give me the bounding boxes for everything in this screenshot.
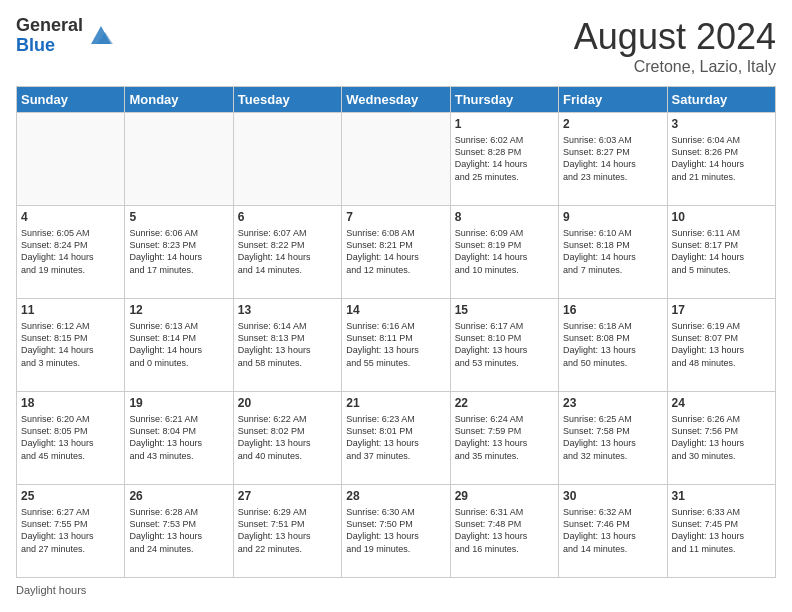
week-row-3: 18Sunrise: 6:20 AM Sunset: 8:05 PM Dayli… — [17, 392, 776, 485]
day-info: Sunrise: 6:02 AM Sunset: 8:28 PM Dayligh… — [455, 134, 554, 183]
calendar-cell: 2Sunrise: 6:03 AM Sunset: 8:27 PM Daylig… — [559, 113, 667, 206]
calendar-cell: 17Sunrise: 6:19 AM Sunset: 8:07 PM Dayli… — [667, 299, 775, 392]
day-number: 30 — [563, 488, 662, 504]
day-info: Sunrise: 6:21 AM Sunset: 8:04 PM Dayligh… — [129, 413, 228, 462]
header-cell-monday: Monday — [125, 87, 233, 113]
calendar-cell: 21Sunrise: 6:23 AM Sunset: 8:01 PM Dayli… — [342, 392, 450, 485]
day-number: 6 — [238, 209, 337, 225]
day-number: 8 — [455, 209, 554, 225]
day-number: 17 — [672, 302, 771, 318]
header-cell-saturday: Saturday — [667, 87, 775, 113]
day-number: 22 — [455, 395, 554, 411]
day-number: 20 — [238, 395, 337, 411]
week-row-0: 1Sunrise: 6:02 AM Sunset: 8:28 PM Daylig… — [17, 113, 776, 206]
calendar-table: SundayMondayTuesdayWednesdayThursdayFrid… — [16, 86, 776, 578]
day-number: 16 — [563, 302, 662, 318]
header-cell-thursday: Thursday — [450, 87, 558, 113]
day-info: Sunrise: 6:27 AM Sunset: 7:55 PM Dayligh… — [21, 506, 120, 555]
day-info: Sunrise: 6:24 AM Sunset: 7:59 PM Dayligh… — [455, 413, 554, 462]
calendar-cell: 25Sunrise: 6:27 AM Sunset: 7:55 PM Dayli… — [17, 485, 125, 578]
daylight-hours-label: Daylight hours — [16, 584, 86, 596]
calendar-cell: 14Sunrise: 6:16 AM Sunset: 8:11 PM Dayli… — [342, 299, 450, 392]
day-number: 14 — [346, 302, 445, 318]
calendar-cell — [125, 113, 233, 206]
calendar-cell: 24Sunrise: 6:26 AM Sunset: 7:56 PM Dayli… — [667, 392, 775, 485]
day-number: 9 — [563, 209, 662, 225]
day-info: Sunrise: 6:25 AM Sunset: 7:58 PM Dayligh… — [563, 413, 662, 462]
day-number: 15 — [455, 302, 554, 318]
calendar-cell — [17, 113, 125, 206]
day-number: 29 — [455, 488, 554, 504]
calendar-cell: 20Sunrise: 6:22 AM Sunset: 8:02 PM Dayli… — [233, 392, 341, 485]
calendar-cell: 13Sunrise: 6:14 AM Sunset: 8:13 PM Dayli… — [233, 299, 341, 392]
calendar-cell: 15Sunrise: 6:17 AM Sunset: 8:10 PM Dayli… — [450, 299, 558, 392]
day-info: Sunrise: 6:03 AM Sunset: 8:27 PM Dayligh… — [563, 134, 662, 183]
month-year: August 2024 — [574, 16, 776, 58]
week-row-2: 11Sunrise: 6:12 AM Sunset: 8:15 PM Dayli… — [17, 299, 776, 392]
calendar-cell: 27Sunrise: 6:29 AM Sunset: 7:51 PM Dayli… — [233, 485, 341, 578]
calendar-body: 1Sunrise: 6:02 AM Sunset: 8:28 PM Daylig… — [17, 113, 776, 578]
calendar-cell: 29Sunrise: 6:31 AM Sunset: 7:48 PM Dayli… — [450, 485, 558, 578]
day-info: Sunrise: 6:10 AM Sunset: 8:18 PM Dayligh… — [563, 227, 662, 276]
day-info: Sunrise: 6:31 AM Sunset: 7:48 PM Dayligh… — [455, 506, 554, 555]
day-info: Sunrise: 6:33 AM Sunset: 7:45 PM Dayligh… — [672, 506, 771, 555]
day-number: 25 — [21, 488, 120, 504]
calendar-cell: 22Sunrise: 6:24 AM Sunset: 7:59 PM Dayli… — [450, 392, 558, 485]
day-info: Sunrise: 6:09 AM Sunset: 8:19 PM Dayligh… — [455, 227, 554, 276]
footer-note: Daylight hours — [16, 584, 776, 596]
day-number: 10 — [672, 209, 771, 225]
calendar-cell: 5Sunrise: 6:06 AM Sunset: 8:23 PM Daylig… — [125, 206, 233, 299]
logo-blue: Blue — [16, 36, 83, 56]
calendar-cell: 31Sunrise: 6:33 AM Sunset: 7:45 PM Dayli… — [667, 485, 775, 578]
header-row: SundayMondayTuesdayWednesdayThursdayFrid… — [17, 87, 776, 113]
week-row-4: 25Sunrise: 6:27 AM Sunset: 7:55 PM Dayli… — [17, 485, 776, 578]
calendar-cell: 28Sunrise: 6:30 AM Sunset: 7:50 PM Dayli… — [342, 485, 450, 578]
calendar-cell: 19Sunrise: 6:21 AM Sunset: 8:04 PM Dayli… — [125, 392, 233, 485]
day-info: Sunrise: 6:16 AM Sunset: 8:11 PM Dayligh… — [346, 320, 445, 369]
day-number: 27 — [238, 488, 337, 504]
day-info: Sunrise: 6:20 AM Sunset: 8:05 PM Dayligh… — [21, 413, 120, 462]
calendar-cell: 23Sunrise: 6:25 AM Sunset: 7:58 PM Dayli… — [559, 392, 667, 485]
calendar-cell: 1Sunrise: 6:02 AM Sunset: 8:28 PM Daylig… — [450, 113, 558, 206]
day-info: Sunrise: 6:18 AM Sunset: 8:08 PM Dayligh… — [563, 320, 662, 369]
header-cell-sunday: Sunday — [17, 87, 125, 113]
day-info: Sunrise: 6:22 AM Sunset: 8:02 PM Dayligh… — [238, 413, 337, 462]
logo-icon — [87, 22, 115, 50]
calendar-cell: 8Sunrise: 6:09 AM Sunset: 8:19 PM Daylig… — [450, 206, 558, 299]
day-number: 2 — [563, 116, 662, 132]
day-info: Sunrise: 6:04 AM Sunset: 8:26 PM Dayligh… — [672, 134, 771, 183]
day-info: Sunrise: 6:30 AM Sunset: 7:50 PM Dayligh… — [346, 506, 445, 555]
day-number: 7 — [346, 209, 445, 225]
day-info: Sunrise: 6:06 AM Sunset: 8:23 PM Dayligh… — [129, 227, 228, 276]
day-info: Sunrise: 6:13 AM Sunset: 8:14 PM Dayligh… — [129, 320, 228, 369]
day-number: 3 — [672, 116, 771, 132]
calendar-cell: 18Sunrise: 6:20 AM Sunset: 8:05 PM Dayli… — [17, 392, 125, 485]
calendar-cell: 3Sunrise: 6:04 AM Sunset: 8:26 PM Daylig… — [667, 113, 775, 206]
day-number: 19 — [129, 395, 228, 411]
day-info: Sunrise: 6:19 AM Sunset: 8:07 PM Dayligh… — [672, 320, 771, 369]
week-row-1: 4Sunrise: 6:05 AM Sunset: 8:24 PM Daylig… — [17, 206, 776, 299]
day-number: 12 — [129, 302, 228, 318]
header-cell-tuesday: Tuesday — [233, 87, 341, 113]
day-info: Sunrise: 6:32 AM Sunset: 7:46 PM Dayligh… — [563, 506, 662, 555]
header-cell-friday: Friday — [559, 87, 667, 113]
calendar-cell: 30Sunrise: 6:32 AM Sunset: 7:46 PM Dayli… — [559, 485, 667, 578]
day-info: Sunrise: 6:23 AM Sunset: 8:01 PM Dayligh… — [346, 413, 445, 462]
day-number: 4 — [21, 209, 120, 225]
calendar-cell — [342, 113, 450, 206]
calendar-cell — [233, 113, 341, 206]
calendar-cell: 9Sunrise: 6:10 AM Sunset: 8:18 PM Daylig… — [559, 206, 667, 299]
day-number: 28 — [346, 488, 445, 504]
logo-general: General — [16, 16, 83, 36]
day-info: Sunrise: 6:26 AM Sunset: 7:56 PM Dayligh… — [672, 413, 771, 462]
day-number: 1 — [455, 116, 554, 132]
calendar-cell: 16Sunrise: 6:18 AM Sunset: 8:08 PM Dayli… — [559, 299, 667, 392]
day-info: Sunrise: 6:05 AM Sunset: 8:24 PM Dayligh… — [21, 227, 120, 276]
logo-text: General Blue — [16, 16, 83, 56]
location: Cretone, Lazio, Italy — [574, 58, 776, 76]
day-info: Sunrise: 6:12 AM Sunset: 8:15 PM Dayligh… — [21, 320, 120, 369]
day-info: Sunrise: 6:17 AM Sunset: 8:10 PM Dayligh… — [455, 320, 554, 369]
day-number: 5 — [129, 209, 228, 225]
day-info: Sunrise: 6:28 AM Sunset: 7:53 PM Dayligh… — [129, 506, 228, 555]
day-number: 11 — [21, 302, 120, 318]
